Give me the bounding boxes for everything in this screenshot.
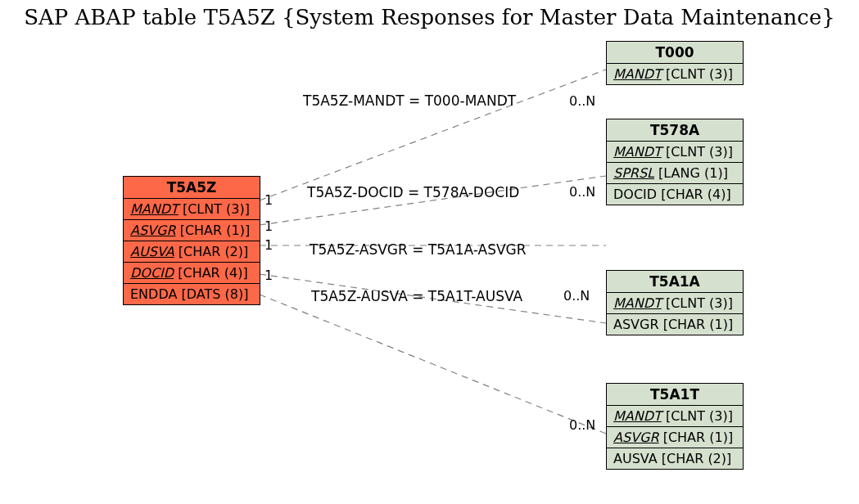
entity-header: T578A — [607, 119, 743, 142]
cardinality-right: 0..N — [563, 288, 590, 304]
entity-header: T000 — [607, 42, 743, 64]
field-row: AUSVA [CHAR (2)] — [124, 241, 260, 263]
cardinality-right: 0..N — [569, 417, 595, 433]
svg-line-4 — [260, 295, 606, 434]
field-row: ASVGR [CHAR (1)] — [607, 427, 743, 448]
cardinality-left: 1 — [264, 218, 273, 234]
entity-t5a5z: T5A5Z MANDT [CLNT (3)] ASVGR [CHAR (1)] … — [123, 176, 260, 305]
field-row: MANDT [CLNT (3)] — [607, 142, 743, 163]
field-row: MANDT [CLNT (3)] — [607, 406, 743, 427]
cardinality-left: 1 — [264, 192, 273, 208]
relation-label: T5A5Z-AUSVA = T5A1T-AUSVA — [311, 288, 522, 304]
field-row: ASVGR [CHAR (1)] — [607, 314, 743, 335]
field-row: MANDT [CLNT (3)] — [124, 199, 260, 220]
diagram-title: SAP ABAP table T5A5Z {System Responses f… — [0, 5, 859, 29]
field-row: DOCID [CHAR (4)] — [607, 184, 743, 205]
svg-line-1 — [260, 176, 606, 225]
relation-label: T5A5Z-ASVGR = T5A1A-ASVGR — [310, 241, 527, 258]
relation-label: T5A5Z-DOCID = T578A-DOCID — [307, 184, 519, 200]
entity-header: T5A1T — [607, 384, 743, 406]
entity-t578a: T578A MANDT [CLNT (3)] SPRSL [LANG (1)] … — [606, 119, 744, 205]
entity-header: T5A5Z — [124, 177, 260, 199]
diagram-stage: SAP ABAP table T5A5Z {System Responses f… — [0, 0, 859, 504]
cardinality-right: 0..N — [569, 184, 595, 200]
entity-t000: T000 MANDT [CLNT (3)] — [606, 41, 744, 85]
entity-t5a1a: T5A1A MANDT [CLNT (3)] ASVGR [CHAR (1)] — [606, 270, 744, 335]
cardinality-left: 1 — [264, 237, 273, 253]
field-row: DOCID [CHAR (4)] — [124, 263, 260, 284]
entity-t5a1t: T5A1T MANDT [CLNT (3)] ASVGR [CHAR (1)] … — [606, 383, 744, 470]
relation-label: T5A5Z-MANDT = T000-MANDT — [303, 92, 516, 109]
field-row: MANDT [CLNT (3)] — [607, 64, 743, 84]
field-row: ASVGR [CHAR (1)] — [124, 220, 260, 241]
field-row: SPRSL [LANG (1)] — [607, 163, 743, 184]
field-row: AUSVA [CHAR (2)] — [607, 448, 743, 469]
field-row: MANDT [CLNT (3)] — [607, 293, 743, 314]
cardinality-left: 1 — [264, 268, 273, 283]
field-row: ENDDA [DATS (8)] — [124, 284, 260, 304]
svg-line-0 — [260, 70, 606, 200]
entity-header: T5A1A — [607, 271, 743, 293]
cardinality-right: 0..N — [569, 93, 595, 109]
